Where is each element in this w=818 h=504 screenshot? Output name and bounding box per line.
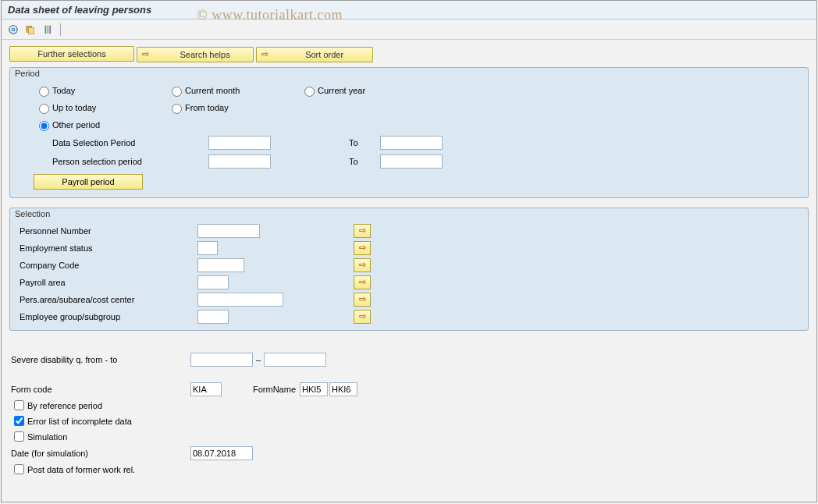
multiple-selection-button[interactable]: ⇨ (354, 224, 371, 238)
pers-area-input[interactable] (197, 293, 283, 307)
data-selection-from-input[interactable] (208, 136, 271, 150)
multiple-selection-button[interactable]: ⇨ (354, 293, 371, 307)
radio-today[interactable]: Today (35, 84, 168, 97)
group-title-selection: Selection (15, 209, 50, 218)
employee-group-label: Employee group/subgroup (18, 312, 197, 321)
to-label: To (349, 138, 380, 147)
multiple-selection-button[interactable]: ⇨ (354, 241, 371, 255)
radio-up-to-today[interactable]: Up to today (35, 101, 168, 114)
form-name-label: FormName (253, 385, 300, 394)
simulation-label: Simulation (27, 432, 67, 442)
variant-icon[interactable] (23, 23, 37, 37)
severe-to-input[interactable] (264, 353, 326, 367)
arrow-right-icon: ⇨ (261, 49, 269, 59)
company-code-input[interactable] (197, 258, 244, 272)
svg-rect-10 (49, 25, 51, 34)
execute-icon[interactable] (6, 23, 20, 37)
pers-area-label: Pers.area/subarea/cost center (18, 295, 197, 304)
data-selection-period-label: Data Selection Period (52, 138, 208, 147)
radio-current-month[interactable]: Current month (168, 84, 301, 97)
form-name-2-input[interactable] (329, 382, 357, 396)
radio-other-period[interactable]: Other period (35, 119, 168, 131)
person-selection-from-input[interactable] (208, 154, 271, 169)
personnel-number-input[interactable] (197, 224, 260, 238)
to-label: To (349, 157, 380, 166)
multiple-selection-button[interactable]: ⇨ (354, 310, 371, 324)
person-selection-period-label: Person selection period (52, 157, 208, 166)
separator (60, 23, 61, 36)
search-helps-button[interactable]: ⇨ Search helps (137, 47, 254, 62)
app-toolbar (2, 20, 816, 40)
error-list-label: Error list of incomplete data (27, 417, 132, 426)
payroll-period-button[interactable]: Payroll period (34, 174, 143, 190)
radio-current-year[interactable]: Current year (301, 84, 433, 97)
employee-group-input[interactable] (197, 310, 229, 324)
multiple-selection-button[interactable]: ⇨ (354, 258, 371, 272)
person-selection-to-input[interactable] (380, 154, 443, 169)
error-list-checkbox[interactable] (14, 416, 24, 426)
multiple-selection-button[interactable]: ⇨ (354, 275, 371, 289)
arrow-right-icon: ⇨ (142, 49, 149, 59)
dash: – (256, 355, 261, 364)
company-code-label: Company Code (18, 261, 197, 270)
page-title: Data sheet of leaving persons (2, 1, 816, 20)
post-former-label: Post data of former work rel. (27, 465, 135, 474)
employment-status-label: Employment status (18, 243, 197, 253)
settings-icon[interactable] (41, 23, 55, 37)
data-selection-to-input[interactable] (380, 136, 443, 150)
severe-from-input[interactable] (190, 353, 253, 367)
employment-status-input[interactable] (197, 241, 218, 255)
post-former-checkbox[interactable] (14, 464, 24, 474)
by-reference-checkbox[interactable] (14, 400, 24, 410)
simulation-checkbox[interactable] (14, 431, 24, 442)
svg-rect-9 (47, 25, 48, 34)
by-reference-label: By reference period (27, 401, 102, 410)
selection-buttons-row: Further selections ⇨ Search helps ⇨ Sort… (9, 46, 809, 62)
radio-from-today[interactable]: From today (168, 101, 301, 114)
period-group: Period Today Current month Current year … (9, 67, 809, 198)
group-title-period: Period (15, 69, 40, 78)
svg-rect-8 (45, 25, 47, 34)
form-name-1-input[interactable] (300, 382, 328, 396)
form-code-input[interactable] (190, 382, 222, 396)
svg-point-1 (12, 28, 15, 31)
payroll-area-label: Payroll area (18, 278, 197, 287)
severe-disability-label: Severe disability q. from - to (11, 355, 190, 364)
date-simulation-input[interactable] (190, 446, 253, 460)
payroll-area-input[interactable] (197, 275, 229, 289)
personnel-number-label: Personnel Number (18, 226, 197, 236)
selection-group: Selection Personnel Number ⇨ Employment … (9, 208, 809, 331)
sort-order-button[interactable]: ⇨ Sort order (256, 47, 373, 62)
form-code-label: Form code (11, 385, 190, 394)
date-simulation-label: Date (for simulation) (11, 449, 190, 458)
svg-rect-7 (29, 27, 34, 34)
further-selections-button[interactable]: Further selections (9, 46, 134, 62)
